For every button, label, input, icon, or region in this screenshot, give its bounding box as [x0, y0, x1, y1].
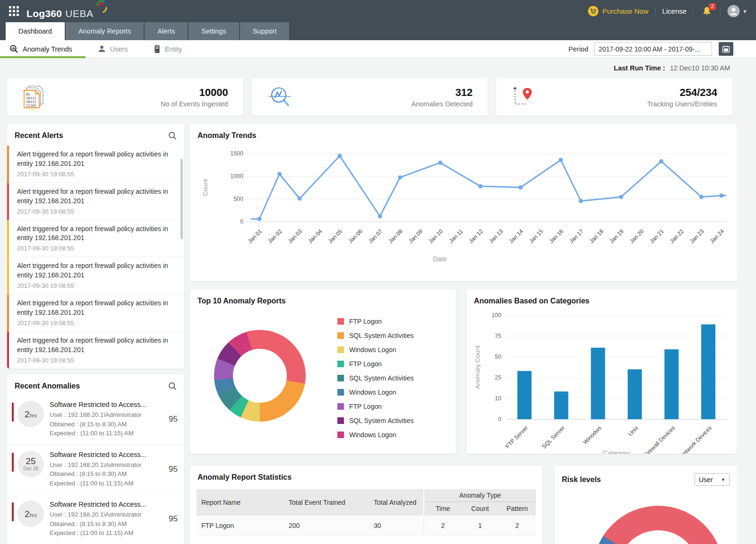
anomaly-user: User : 192.168.20.1\Administrator: [50, 410, 167, 420]
svg-text:Jan 05: Jan 05: [327, 228, 344, 245]
time-badge: 2hrs: [17, 501, 44, 527]
anomaly-obtained: Obtained : (8:15 to 8:30) AM: [50, 420, 167, 429]
cell-pattern: 2: [498, 522, 536, 529]
last-run-value: 12 Dec10 10:30 AM: [670, 64, 730, 72]
tracking-users-value: 254/234: [647, 86, 717, 99]
alert-item[interactable]: Alert triggered for a report firewall po…: [7, 257, 184, 294]
legend-item[interactable]: Windows Logon: [337, 389, 413, 396]
subnav-entity[interactable]: Entity: [144, 40, 191, 58]
card-tracking-users: 254/234 Tracking Users/Entities: [496, 78, 732, 116]
subnav-anomaly-trends[interactable]: Anomaly Trends: [0, 40, 82, 58]
alert-item[interactable]: Alert triggered for a report firewall po…: [7, 294, 184, 332]
events-ingested-label: No of Events Ingested: [161, 100, 228, 108]
alert-text: Alert triggered for a report firewall po…: [17, 336, 174, 355]
legend-item[interactable]: SQL System Activities: [337, 417, 413, 424]
svg-text:FTP Server: FTP Server: [504, 424, 529, 449]
tracking-users-label: Tracking Users/Entities: [647, 100, 717, 108]
svg-text:0: 0: [498, 416, 501, 423]
svg-text:Jan 14: Jan 14: [508, 228, 525, 245]
alert-item[interactable]: Alert triggered for a report firewall po…: [7, 183, 184, 220]
legend-item[interactable]: FTP Logon: [337, 360, 413, 368]
anomaly-trends-panel: Anomaly Trends 050010001500Jan 01Jan 02J…: [190, 124, 737, 281]
last-run-label: Last Run Time :: [614, 64, 665, 72]
svg-text:Network Devices: Network Devices: [679, 424, 713, 454]
purchase-now-button[interactable]: Purchase Now: [588, 6, 649, 17]
scrollbar-thumb[interactable]: [180, 159, 183, 239]
col-group-anomaly-type: Anomaly Type: [424, 489, 536, 502]
anomaly-user: User : 192.168.20.1\Administrator: [50, 510, 167, 519]
recent-alerts-title: Recent Alerts: [15, 131, 63, 140]
alert-item[interactable]: Alert triggered for a report firewall po…: [7, 146, 184, 183]
svg-text:Unix: Unix: [627, 424, 640, 437]
tab-anomaly-reports[interactable]: Anomaly Reports: [66, 22, 144, 40]
search-icon[interactable]: [168, 382, 177, 390]
legend-item[interactable]: SQL System Activities: [337, 332, 413, 339]
license-button[interactable]: License: [662, 7, 687, 15]
tab-dashboard[interactable]: Dashboard: [6, 22, 65, 40]
svg-text:SQL Server: SQL Server: [541, 424, 566, 450]
cell-total-event-trained: 200: [284, 522, 369, 529]
last-run-time: Last Run Time : 12 Dec10 10:30 AM: [614, 64, 730, 72]
subnav-users[interactable]: Users: [88, 40, 137, 58]
alert-item[interactable]: Alert triggered for a report firewall po…: [7, 220, 184, 258]
legend-swatch: [337, 361, 344, 367]
anomaly-item[interactable]: 25Dec 18Software Restricted to Access...…: [7, 445, 184, 495]
svg-text:11101: 11101: [26, 104, 36, 108]
card-events-ingested: 0110111 1011111101 10000 No of Events In…: [7, 78, 243, 116]
logo-swirl-icon: [95, 0, 107, 14]
svg-text:Jan 17: Jan 17: [568, 228, 585, 245]
alert-text: Alert triggered for a report firewall po…: [17, 261, 174, 280]
legend-item[interactable]: FTP Logon: [337, 403, 413, 410]
notifications-bell-icon[interactable]: 2: [702, 6, 712, 17]
calendar-button[interactable]: [719, 42, 733, 56]
svg-text:Jan 09: Jan 09: [407, 228, 424, 245]
svg-text:Category: Category: [603, 449, 630, 454]
top10-anomaly-reports-panel: Top 10 Anomaly Reports FTP LogonSQL Syst…: [190, 289, 456, 454]
table-header: Report Name Total Event Trained Total An…: [197, 489, 536, 516]
alert-item[interactable]: Alert triggered for a report firewall po…: [7, 332, 184, 369]
svg-text:Jan 12: Jan 12: [467, 228, 484, 245]
svg-text:Date: Date: [433, 255, 447, 263]
table-row[interactable]: FTP Logon 200 30 2 1 2: [197, 516, 536, 535]
tab-alerts[interactable]: Alerts: [145, 22, 188, 40]
svg-text:Jan 01: Jan 01: [247, 228, 264, 245]
legend-label: FTP Logon: [349, 403, 382, 410]
col-pattern: Pattern: [498, 502, 536, 516]
anomaly-user: User : 192.168.20.1\Administrator: [50, 460, 167, 470]
anomalies-detected-label: Anomalies Detected: [412, 100, 473, 108]
svg-text:Jan 18: Jan 18: [588, 228, 605, 245]
risk-levels-panel: Risk levels User ▼: [554, 466, 737, 544]
events-ingested-value: 10000: [161, 86, 228, 99]
risk-levels-type-select[interactable]: User ▼: [695, 473, 730, 486]
anomaly-trends-chart: 050010001500Jan 01Jan 02Jan 03Jan 04Jan …: [194, 142, 733, 280]
anomaly-title: Software Restricted to Access...: [50, 501, 167, 508]
search-icon[interactable]: [168, 131, 177, 140]
period-range-input[interactable]: [594, 42, 712, 56]
legend-swatch: [337, 375, 344, 381]
col-total-analyzed: Total Analyzed: [369, 489, 423, 516]
anomalies-detected-icon: [267, 85, 292, 109]
anomaly-expected: Expected : (11:00 to 11:15) AM: [50, 429, 167, 438]
tab-settings[interactable]: Settings: [189, 22, 239, 40]
svg-text:Jan 13: Jan 13: [488, 228, 505, 245]
svg-text:Jan 20: Jan 20: [628, 228, 645, 245]
legend-item[interactable]: FTP Logon: [337, 318, 413, 325]
legend-label: Windows Logon: [349, 346, 396, 354]
recent-anomalies-panel: Recent Anomalies 2hrsSoftware Restricted…: [7, 374, 184, 544]
tab-support[interactable]: Support: [240, 22, 290, 40]
chevron-down-icon: ▼: [721, 477, 725, 482]
time-badge: 25Dec 18: [17, 451, 44, 477]
user-menu[interactable]: ▼: [727, 5, 747, 17]
anomaly-item[interactable]: 2hrsSoftware Restricted to Access...User…: [7, 495, 184, 544]
legend-item[interactable]: Windows Logon: [337, 431, 413, 439]
events-ingested-icon: 0110111 1011111101: [22, 84, 46, 110]
legend-item[interactable]: Windows Logon: [337, 346, 413, 354]
svg-text:Winodws: Winodws: [582, 424, 602, 445]
svg-text:Jan 19: Jan 19: [608, 228, 625, 245]
app-grid-icon[interactable]: [9, 6, 20, 17]
legend-item[interactable]: SQL System Activities: [337, 374, 413, 382]
svg-text:1500: 1500: [230, 150, 243, 157]
svg-text:Count: Count: [202, 179, 209, 196]
main-nav-tabs: Dashboard Anomaly Reports Alerts Setting…: [6, 22, 289, 40]
anomaly-item[interactable]: 2hrsSoftware Restricted to Access...User…: [7, 395, 184, 445]
